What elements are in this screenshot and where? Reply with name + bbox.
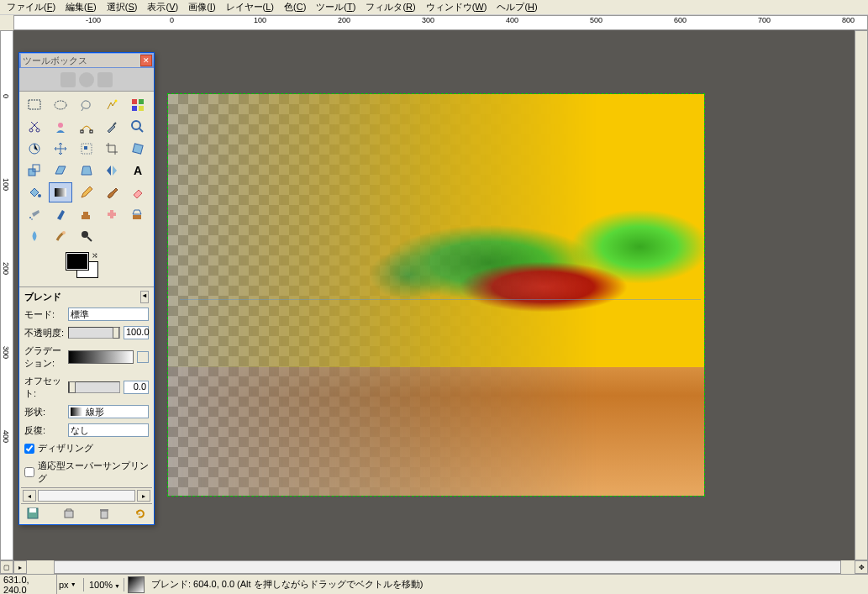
scroll-right-icon[interactable]: ▸ bbox=[137, 490, 150, 502]
tool-blend[interactable] bbox=[49, 182, 72, 202]
menu-image[interactable]: 画像(I) bbox=[183, 0, 220, 14]
restore-options-icon[interactable] bbox=[62, 507, 76, 519]
tool-free-select[interactable] bbox=[75, 95, 98, 115]
svg-text:A: A bbox=[134, 164, 142, 177]
svg-point-8 bbox=[36, 129, 39, 132]
menu-windows[interactable]: ウィンドウ(W) bbox=[421, 0, 492, 14]
scrollbar-horizontal[interactable] bbox=[54, 560, 841, 574]
gradient-preview[interactable] bbox=[68, 350, 134, 364]
menu-layer[interactable]: レイヤー(L) bbox=[221, 0, 279, 14]
opacity-slider[interactable] bbox=[68, 327, 120, 339]
tool-dodge[interactable] bbox=[75, 226, 98, 246]
save-options-icon[interactable] bbox=[26, 507, 39, 519]
menu-view[interactable]: 表示(V) bbox=[142, 0, 183, 14]
tool-airbrush[interactable] bbox=[23, 204, 46, 224]
tool-shear[interactable] bbox=[49, 160, 72, 181]
svg-rect-16 bbox=[133, 144, 143, 154]
dithering-checkbox-row[interactable]: ディザリング bbox=[21, 439, 152, 457]
wilber-icon bbox=[79, 72, 94, 87]
tool-grid: A bbox=[19, 92, 154, 250]
scroll-track[interactable] bbox=[38, 490, 135, 502]
tool-zoom[interactable] bbox=[126, 117, 150, 137]
mode-select[interactable]: 標準 bbox=[68, 308, 149, 321]
tool-scissors[interactable] bbox=[23, 117, 46, 137]
swap-colors-icon[interactable]: ⤭ bbox=[92, 251, 98, 260]
tool-paths[interactable] bbox=[75, 117, 98, 137]
svg-rect-4 bbox=[139, 99, 144, 104]
offset-slider[interactable] bbox=[68, 381, 120, 393]
tool-eraser[interactable] bbox=[126, 182, 150, 202]
tool-color-picker[interactable] bbox=[100, 117, 124, 137]
tool-foreground-select[interactable] bbox=[49, 117, 72, 137]
svg-rect-32 bbox=[29, 508, 36, 513]
tool-rotate[interactable] bbox=[126, 139, 150, 159]
supersampling-checkbox-row[interactable]: 適応型スーパーサンプリング bbox=[21, 457, 152, 487]
tool-fuzzy-select[interactable] bbox=[100, 95, 124, 115]
shape-select[interactable]: 線形 bbox=[68, 405, 149, 418]
gradient-label: グラデーション: bbox=[24, 344, 65, 370]
status-coords: 631.0, 240.0 bbox=[0, 573, 57, 595]
close-icon[interactable]: ✕ bbox=[140, 55, 152, 66]
offset-value[interactable]: 0.0 bbox=[124, 381, 149, 394]
tool-color-select[interactable] bbox=[126, 95, 150, 115]
reset-options-icon[interactable] bbox=[134, 507, 147, 519]
tool-scale[interactable] bbox=[23, 160, 46, 181]
blend-drag-line[interactable] bbox=[180, 299, 701, 300]
opacity-value[interactable]: 100.0 bbox=[124, 326, 149, 339]
tool-heal[interactable] bbox=[100, 204, 124, 224]
wilber-icon bbox=[60, 72, 76, 87]
canvas[interactable] bbox=[167, 93, 705, 497]
tool-blur[interactable] bbox=[23, 226, 46, 246]
shape-label: 形状: bbox=[24, 406, 65, 418]
ruler-horizontal[interactable]: -100 0 100 200 300 400 500 600 700 800 bbox=[13, 15, 868, 30]
toolbox-window[interactable]: ツールボックス ✕ A bbox=[18, 52, 155, 525]
svg-point-29 bbox=[62, 231, 66, 234]
menu-edit[interactable]: 編集(E) bbox=[60, 0, 102, 14]
tool-perspective[interactable] bbox=[75, 160, 98, 181]
tool-measure[interactable] bbox=[23, 139, 46, 159]
tool-bucket-fill[interactable] bbox=[23, 182, 46, 202]
menu-filters[interactable]: フィルタ(R) bbox=[360, 0, 420, 14]
menu-file[interactable]: ファイル(F) bbox=[2, 0, 60, 14]
dithering-checkbox[interactable] bbox=[24, 444, 34, 454]
options-menu-icon[interactable]: ◂ bbox=[140, 291, 149, 303]
tool-ellipse-select[interactable] bbox=[49, 95, 72, 115]
gradient-reverse-icon[interactable] bbox=[137, 351, 149, 363]
wilber-icon bbox=[97, 72, 113, 87]
menu-colors[interactable]: 色(C) bbox=[279, 0, 311, 14]
mode-label: モード: bbox=[24, 308, 65, 321]
tool-ink[interactable] bbox=[49, 204, 72, 224]
options-scrollbar[interactable]: ◂ ▸ bbox=[21, 487, 152, 503]
tool-paintbrush[interactable] bbox=[100, 182, 124, 202]
tool-pencil[interactable] bbox=[75, 182, 98, 202]
tool-options-header: ブレンド ◂ bbox=[21, 289, 152, 305]
delete-options-icon[interactable] bbox=[97, 507, 111, 519]
menu-tools[interactable]: ツール(T) bbox=[311, 0, 360, 14]
tool-align[interactable] bbox=[75, 139, 98, 159]
toolbox-titlebar[interactable]: ツールボックス ✕ bbox=[19, 53, 154, 68]
ruler-h-label: 0 bbox=[170, 16, 174, 24]
scrollbar-vertical[interactable] bbox=[855, 30, 868, 560]
ruler-vertical[interactable]: 0 100 200 300 400 bbox=[0, 30, 13, 560]
scroll-left-icon[interactable]: ◂ bbox=[23, 490, 36, 502]
tool-perspective-clone[interactable] bbox=[126, 204, 150, 224]
toolbox-header bbox=[19, 68, 154, 92]
status-unit-select[interactable]: px▼ bbox=[57, 578, 84, 591]
menu-select[interactable]: 選択(S) bbox=[102, 0, 143, 14]
tool-flip[interactable] bbox=[100, 160, 124, 181]
supersampling-checkbox[interactable] bbox=[24, 467, 34, 477]
tool-text[interactable]: A bbox=[126, 160, 150, 181]
tool-smudge[interactable] bbox=[49, 226, 72, 246]
tool-crop[interactable] bbox=[100, 139, 124, 159]
nav-crosshair-icon[interactable]: ✥ bbox=[855, 560, 868, 574]
svg-rect-17 bbox=[29, 169, 35, 176]
repeat-select[interactable]: なし bbox=[68, 423, 149, 437]
status-bar: 631.0, 240.0 px▼ 100%▼ ブレンド: 604.0, 0.0 … bbox=[0, 574, 868, 594]
status-zoom-select[interactable]: 100%▼ bbox=[84, 578, 124, 591]
menu-help[interactable]: ヘルプ(H) bbox=[492, 0, 542, 14]
tool-clone[interactable] bbox=[75, 204, 98, 224]
tool-move[interactable] bbox=[49, 139, 72, 159]
tool-rect-select[interactable] bbox=[23, 95, 46, 115]
svg-point-12 bbox=[132, 121, 140, 129]
foreground-color[interactable] bbox=[66, 253, 88, 270]
